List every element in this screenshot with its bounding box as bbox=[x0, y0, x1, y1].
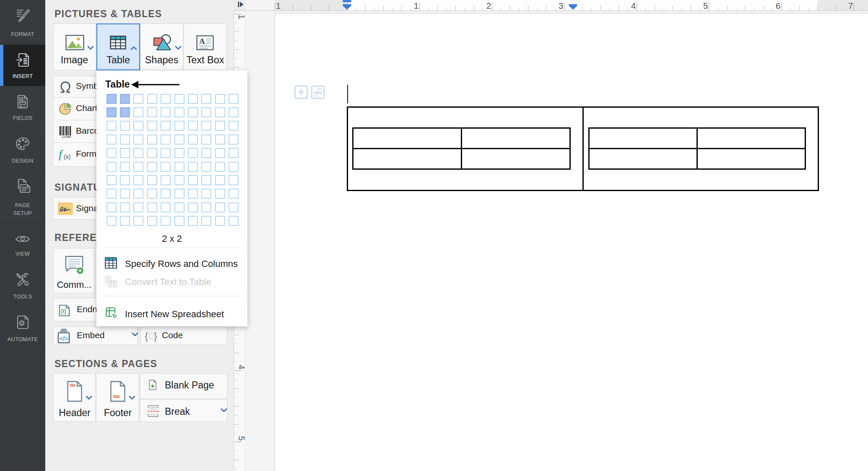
svg-text:12345: 12345 bbox=[62, 135, 71, 138]
svg-text:{: { bbox=[145, 330, 148, 342]
svg-text:A: A bbox=[199, 37, 205, 46]
svg-text:}: } bbox=[154, 330, 157, 342]
svg-text:[i]: [i] bbox=[61, 308, 66, 314]
svg-text:</>: </> bbox=[60, 335, 68, 342]
svg-text:f: f bbox=[59, 148, 63, 160]
svg-text:(x): (x) bbox=[64, 153, 70, 160]
